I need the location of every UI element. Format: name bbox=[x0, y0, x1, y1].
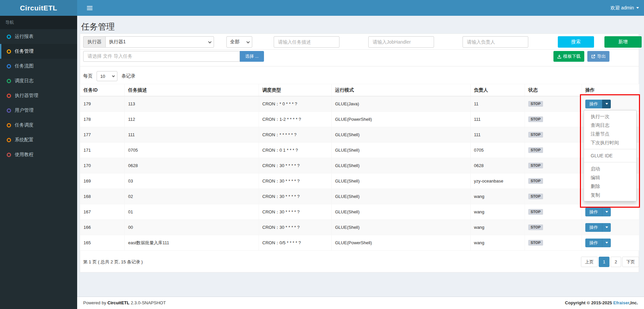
menu-item-编辑[interactable]: 编辑 bbox=[584, 173, 636, 182]
status-filter-select[interactable]: 全部 bbox=[226, 36, 252, 48]
jobhandler-input[interactable] bbox=[368, 36, 434, 48]
cell-owner: wang bbox=[471, 204, 525, 220]
cell-status: STOP bbox=[525, 204, 582, 220]
cell-schedule-type: CRON：* 0 * * * ? bbox=[259, 96, 332, 112]
column-header: 调度类型 bbox=[259, 84, 332, 96]
owner-input[interactable] bbox=[463, 36, 528, 48]
menu-item-复制[interactable]: 复制 bbox=[584, 191, 636, 199]
status-badge: STOP bbox=[528, 163, 543, 168]
menu-item-GLUE IDE[interactable]: GLUE IDE bbox=[584, 151, 636, 160]
choose-file-button[interactable]: 选择 ... bbox=[240, 51, 264, 62]
cell-schedule-type: CRON：30 * * * * ? bbox=[259, 220, 332, 235]
sidebar-item-任务管理[interactable]: 任务管理 bbox=[0, 44, 77, 59]
caret-down-icon bbox=[605, 103, 608, 105]
menu-item-下次执行时间[interactable]: 下次执行时间 bbox=[584, 138, 636, 147]
sidebar-item-执行器管理[interactable]: 执行器管理 bbox=[0, 88, 77, 103]
cell-owner: 111 bbox=[471, 127, 525, 143]
sidebar-item-使用教程[interactable]: 使用教程 bbox=[0, 147, 77, 162]
page-size-select[interactable]: 10 bbox=[97, 71, 117, 81]
hamburger-icon bbox=[87, 6, 93, 7]
table-row: 169 03 CRON：30 * * * * ? GLUE(Shell) yzy… bbox=[80, 173, 639, 189]
sidebar-item-任务流图[interactable]: 任务流图 bbox=[0, 59, 77, 73]
caret-down-icon bbox=[605, 211, 608, 213]
cell-schedule-type: CRON：30 * * * * ? bbox=[259, 158, 332, 173]
action-dropdown-menu: 执行一次查询日志注册节点下次执行时间GLUE IDE启动编辑删除复制 bbox=[584, 110, 637, 201]
row-action-button[interactable]: 操作 bbox=[585, 208, 611, 216]
circle-icon bbox=[7, 35, 11, 39]
cell-task-id: 165 bbox=[80, 235, 125, 251]
jobs-table-wrap: 任务ID任务描述调度类型运行模式负责人状态操作 179 113 CRON：* 0… bbox=[80, 84, 639, 251]
cell-run-mode: GLUE(Shell) bbox=[332, 158, 471, 173]
table-row: 171 0705 CRON：0 1 * * * ? GLUE(Shell) 07… bbox=[80, 143, 639, 158]
filter-row: 执行器 执行器1 全部 搜索 新增 bbox=[80, 35, 639, 49]
cell-status: STOP bbox=[525, 96, 582, 112]
menu-item-启动[interactable]: 启动 bbox=[584, 164, 636, 173]
row-action-button[interactable]: 操作 bbox=[585, 239, 611, 247]
cell-status: STOP bbox=[525, 143, 582, 158]
chevron-down-icon bbox=[636, 7, 639, 9]
cell-task-desc: east数据批量入库111 bbox=[125, 235, 259, 251]
app-logo[interactable]: CircuitETL bbox=[0, 0, 77, 16]
task-desc-input[interactable] bbox=[274, 36, 339, 48]
executor-select[interactable]: 执行器1 bbox=[105, 36, 214, 48]
page-button-1[interactable]: 1 bbox=[599, 257, 609, 267]
sidebar-item-label: 调度日志 bbox=[15, 78, 34, 84]
page-button-上页[interactable]: 上页 bbox=[581, 257, 598, 267]
action-caret-button[interactable] bbox=[602, 223, 611, 232]
file-input-group: 请选择 文件 导入任务 选择 ... bbox=[83, 51, 264, 62]
cell-run-mode: GLUE(PowerShell) bbox=[332, 235, 471, 251]
cell-task-desc: 00 bbox=[125, 220, 259, 235]
export-button[interactable]: 导出 bbox=[587, 51, 609, 62]
page-button-下页[interactable]: 下页 bbox=[622, 257, 639, 267]
action-caret-button[interactable] bbox=[602, 239, 611, 247]
top-header: CircuitETL 欢迎 admin bbox=[0, 0, 644, 16]
page-size-prefix: 每页 bbox=[83, 73, 93, 79]
cell-task-desc: 113 bbox=[125, 96, 259, 112]
table-row: 178 112 CRON：1-2 * * * * ? GLUE(PowerShe… bbox=[80, 112, 639, 127]
status-badge: STOP bbox=[528, 178, 543, 184]
action-caret-button[interactable] bbox=[602, 208, 611, 216]
page-button-2[interactable]: 2 bbox=[610, 257, 621, 267]
user-menu[interactable]: 欢迎 admin bbox=[610, 0, 639, 16]
sidebar-item-用户管理[interactable]: 用户管理 bbox=[0, 103, 77, 118]
sidebar-item-调度日志[interactable]: 调度日志 bbox=[0, 73, 77, 88]
sidebar-item-label: 使用教程 bbox=[15, 152, 34, 158]
company-link[interactable]: Efraiser bbox=[613, 300, 629, 305]
cell-task-id: 171 bbox=[80, 143, 125, 158]
menu-divider bbox=[584, 149, 636, 149]
cell-task-desc: 0705 bbox=[125, 143, 259, 158]
menu-item-执行一次[interactable]: 执行一次 bbox=[584, 112, 636, 121]
table-row: 167 01 CRON：30 * * * * ? GLUE(Shell) wan… bbox=[80, 204, 639, 220]
file-input[interactable]: 请选择 文件 导入任务 bbox=[83, 51, 240, 62]
cell-task-desc: 03 bbox=[125, 173, 259, 189]
menu-item-删除[interactable]: 删除 bbox=[584, 182, 636, 191]
search-button[interactable]: 搜索 bbox=[558, 36, 594, 48]
circle-icon bbox=[7, 49, 11, 54]
sidebar-item-系统配置[interactable]: 系统配置 bbox=[0, 133, 77, 147]
add-button[interactable]: 新增 bbox=[604, 36, 642, 48]
sidebar-item-label: 运行报表 bbox=[15, 34, 34, 40]
row-action-button[interactable]: 操作 bbox=[585, 223, 611, 232]
menu-item-注册节点[interactable]: 注册节点 bbox=[584, 130, 636, 138]
template-download-button[interactable]: 模板下载 bbox=[553, 51, 584, 62]
download-icon bbox=[557, 54, 561, 59]
chevron-down-icon bbox=[112, 74, 115, 77]
cell-schedule-type: CRON：30 * * * * ? bbox=[259, 189, 332, 204]
sidebar-item-运行报表[interactable]: 运行报表 bbox=[0, 29, 77, 44]
row-action-button[interactable]: 操作 bbox=[585, 100, 611, 108]
menu-item-查询日志[interactable]: 查询日志 bbox=[584, 121, 636, 130]
pagination: 上页12下页 bbox=[581, 257, 639, 267]
sidebar-item-label: 执行器管理 bbox=[15, 93, 38, 99]
footer-copyright: Copyright © 2015-2025 Efraiser,Inc. bbox=[565, 297, 638, 309]
action-caret-button[interactable] bbox=[602, 100, 611, 108]
cell-task-id: 178 bbox=[80, 112, 125, 127]
cell-owner: wang bbox=[471, 220, 525, 235]
circle-icon bbox=[7, 123, 11, 127]
cell-run-mode: GLUE(Shell) bbox=[332, 220, 471, 235]
sidebar-toggle-button[interactable] bbox=[82, 0, 97, 16]
sidebar: 导航 运行报表 任务管理 任务流图 调度日志 执行器管理 用户管理 任务调度 系… bbox=[0, 16, 77, 309]
sidebar-item-任务调度[interactable]: 任务调度 bbox=[0, 118, 77, 133]
jobs-table: 任务ID任务描述调度类型运行模式负责人状态操作 179 113 CRON：* 0… bbox=[80, 84, 639, 251]
status-badge: STOP bbox=[528, 116, 543, 122]
column-header: 状态 bbox=[525, 84, 582, 96]
